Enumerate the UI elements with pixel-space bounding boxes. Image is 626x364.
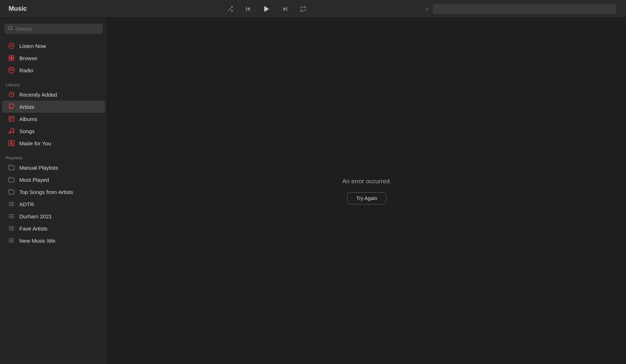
library-label: Library (0, 79, 107, 88)
svg-point-8 (11, 45, 13, 47)
sidebar-item-label: Made for You (19, 140, 51, 146)
songs-icon (8, 127, 15, 135)
search-input[interactable] (16, 26, 99, 32)
svg-marker-2 (264, 6, 269, 12)
artists-icon (8, 103, 15, 110)
progress-bar[interactable] (433, 4, 616, 14)
playlists-label: Playlists (0, 152, 107, 161)
sidebar-item-label: Artists (19, 104, 34, 110)
content-area: An error occurred. Try Again (107, 18, 626, 364)
sidebar-item-label: Songs (19, 128, 35, 134)
sidebar: Listen Now Browse (0, 18, 107, 364)
library-section: Library Recently Added Artists (0, 79, 107, 149)
shuffle-button[interactable] (225, 4, 235, 14)
sidebar-item-manual-playlists[interactable]: Manual Playlists (2, 161, 105, 174)
titlebar-left: Music (0, 5, 107, 13)
app-title: Music (9, 5, 27, 13)
main-area: Listen Now Browse (0, 18, 626, 364)
sidebar-item-artists[interactable]: Artists (2, 101, 105, 113)
sidebar-item-browse[interactable]: Browse (2, 52, 105, 64)
sidebar-item-listen-now[interactable]: Listen Now (2, 40, 105, 52)
search-icon (8, 26, 13, 32)
svg-point-16 (9, 132, 11, 134)
folder-icon (8, 188, 15, 195)
play-button[interactable] (261, 4, 272, 14)
svg-line-6 (11, 29, 13, 30)
playlist-icon (8, 213, 15, 220)
sidebar-item-made-for-you[interactable]: Made for You (2, 137, 105, 149)
playlist-icon (8, 200, 15, 208)
playlist-icon (8, 225, 15, 232)
sidebar-item-label: Albums (19, 116, 37, 122)
svg-rect-4 (286, 7, 287, 11)
sidebar-item-label: Manual Playlists (19, 165, 58, 171)
svg-point-13 (11, 69, 13, 71)
titlebar: Music (0, 0, 626, 18)
error-message: An error occurred. (342, 178, 391, 185)
svg-rect-12 (12, 58, 14, 60)
sidebar-item-albums[interactable]: Albums (2, 113, 105, 125)
sidebar-item-label: Listen Now (19, 43, 46, 49)
svg-marker-3 (283, 7, 286, 11)
listen-now-icon (8, 42, 15, 49)
sidebar-item-label: New Music Mix (19, 238, 56, 244)
nav-section: Listen Now Browse (0, 40, 107, 76)
sidebar-item-top-songs-from-artists[interactable]: Top Songs from Artists (2, 186, 105, 198)
sidebar-item-songs[interactable]: Songs (2, 125, 105, 137)
svg-rect-11 (9, 58, 11, 60)
transport-controls (107, 4, 425, 14)
sidebar-item-durham-2021[interactable]: Durham 2021 (2, 210, 105, 222)
svg-rect-1 (246, 7, 247, 11)
sidebar-item-radio[interactable]: Radio (2, 64, 105, 76)
music-note-icon: ♪ (425, 5, 429, 13)
svg-rect-15 (9, 116, 14, 121)
sidebar-item-new-music-mix[interactable]: New Music Mix (2, 234, 105, 247)
rewind-button[interactable] (243, 4, 253, 14)
sidebar-item-recently-added[interactable]: Recently Added (2, 88, 105, 101)
svg-marker-0 (247, 7, 250, 11)
svg-point-5 (9, 26, 12, 30)
sidebar-item-label: Browse (19, 55, 37, 61)
svg-point-19 (11, 142, 13, 144)
playlist-icon (8, 237, 15, 244)
repeat-button[interactable] (298, 4, 308, 14)
recently-added-icon (8, 91, 15, 98)
playlists-section: Playlists Manual Playlists Most Played (0, 152, 107, 247)
svg-rect-10 (12, 55, 14, 58)
svg-point-17 (12, 131, 14, 133)
try-again-button[interactable]: Try Again (347, 192, 386, 204)
forward-button[interactable] (281, 4, 290, 14)
sidebar-item-label: Fave Artists (19, 225, 47, 232)
search-box[interactable] (4, 24, 103, 34)
sidebar-item-label: ADTR (19, 201, 34, 207)
sidebar-item-label: Radio (19, 67, 33, 73)
radio-icon (8, 67, 15, 74)
sidebar-item-fave-artists[interactable]: Fave Artists (2, 222, 105, 234)
titlebar-right: ♪ (425, 4, 626, 14)
sidebar-item-label: Recently Added (19, 92, 57, 98)
sidebar-item-label: Durham 2021 (19, 213, 52, 219)
sidebar-item-adtr[interactable]: ADTR (2, 198, 105, 210)
albums-icon (8, 115, 15, 122)
svg-rect-9 (9, 55, 11, 58)
sidebar-item-most-played[interactable]: Most Played (2, 174, 105, 186)
browse-icon (8, 54, 15, 62)
folder-icon (8, 176, 15, 183)
made-for-you-icon (8, 140, 15, 147)
sidebar-item-label: Most Played (19, 177, 49, 183)
folder-icon (8, 164, 15, 171)
sidebar-item-label: Top Songs from Artists (19, 189, 73, 195)
